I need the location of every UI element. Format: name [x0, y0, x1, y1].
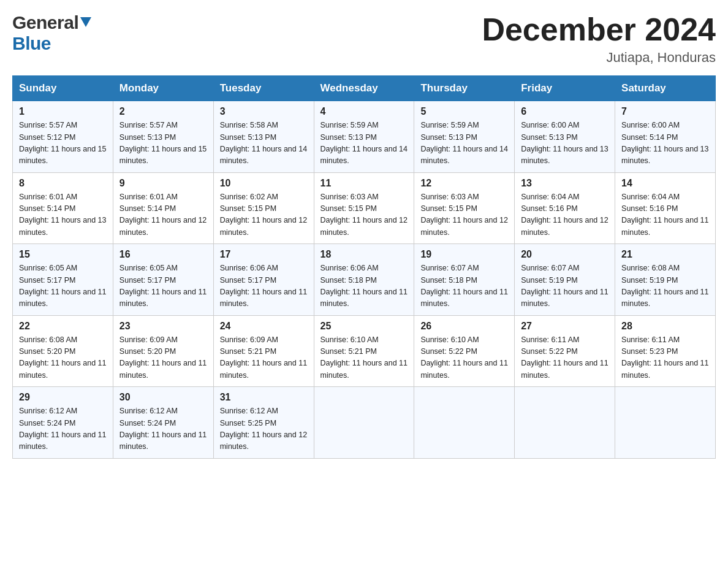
day-info: Sunrise: 6:10 AMSunset: 5:22 PMDaylight:… [420, 334, 508, 382]
calendar-cell: 24Sunrise: 6:09 AMSunset: 5:21 PMDayligh… [213, 315, 314, 387]
calendar-cell: 14Sunrise: 6:04 AMSunset: 5:16 PMDayligh… [615, 172, 716, 244]
day-info: Sunrise: 6:05 AMSunset: 5:17 PMDaylight:… [119, 262, 207, 310]
day-number: 26 [420, 321, 508, 332]
day-number: 12 [420, 178, 508, 189]
logo: General Blue [12, 12, 91, 54]
day-number: 14 [621, 178, 709, 189]
logo-blue-text: Blue [12, 33, 51, 54]
calendar-header-thursday: Thursday [414, 76, 515, 101]
day-info: Sunrise: 5:57 AMSunset: 5:13 PMDaylight:… [119, 120, 207, 167]
day-number: 4 [320, 106, 408, 117]
calendar-cell: 7Sunrise: 6:00 AMSunset: 5:14 PMDaylight… [615, 101, 716, 173]
calendar-week-row: 8Sunrise: 6:01 AMSunset: 5:14 PMDaylight… [13, 172, 716, 244]
day-number: 21 [621, 249, 709, 260]
calendar-week-row: 15Sunrise: 6:05 AMSunset: 5:17 PMDayligh… [13, 244, 716, 316]
calendar-cell: 21Sunrise: 6:08 AMSunset: 5:19 PMDayligh… [615, 244, 716, 316]
day-info: Sunrise: 6:06 AMSunset: 5:18 PMDaylight:… [320, 262, 408, 310]
day-info: Sunrise: 5:59 AMSunset: 5:13 PMDaylight:… [420, 120, 508, 167]
month-title: December 2024 [482, 12, 716, 47]
day-number: 31 [220, 392, 308, 403]
logo-general-text: General [12, 12, 78, 33]
calendar-cell: 2Sunrise: 5:57 AMSunset: 5:13 PMDaylight… [113, 101, 213, 173]
calendar-cell: 23Sunrise: 6:09 AMSunset: 5:20 PMDayligh… [113, 315, 213, 387]
day-info: Sunrise: 6:08 AMSunset: 5:19 PMDaylight:… [621, 262, 709, 310]
location-label: Jutiapa, Honduras [482, 50, 716, 66]
day-number: 27 [521, 321, 609, 332]
day-number: 17 [220, 249, 308, 260]
day-info: Sunrise: 6:11 AMSunset: 5:22 PMDaylight:… [521, 334, 609, 382]
calendar-cell: 26Sunrise: 6:10 AMSunset: 5:22 PMDayligh… [414, 315, 515, 387]
day-number: 2 [119, 106, 207, 117]
calendar-cell: 16Sunrise: 6:05 AMSunset: 5:17 PMDayligh… [113, 244, 213, 316]
calendar-week-row: 22Sunrise: 6:08 AMSunset: 5:20 PMDayligh… [13, 315, 716, 387]
day-number: 24 [220, 321, 308, 332]
day-info: Sunrise: 6:09 AMSunset: 5:21 PMDaylight:… [220, 334, 308, 382]
day-number: 19 [420, 249, 508, 260]
calendar-cell: 4Sunrise: 5:59 AMSunset: 5:13 PMDaylight… [314, 101, 414, 173]
day-info: Sunrise: 6:02 AMSunset: 5:15 PMDaylight:… [220, 191, 308, 239]
day-number: 8 [19, 178, 107, 189]
day-info: Sunrise: 6:01 AMSunset: 5:14 PMDaylight:… [119, 191, 207, 239]
page-header: General Blue December 2024 Jutiapa, Hond… [12, 12, 716, 66]
calendar-week-row: 1Sunrise: 5:57 AMSunset: 5:12 PMDaylight… [13, 101, 716, 173]
calendar-cell: 19Sunrise: 6:07 AMSunset: 5:18 PMDayligh… [414, 244, 515, 316]
day-info: Sunrise: 6:10 AMSunset: 5:21 PMDaylight:… [320, 334, 408, 382]
day-number: 10 [220, 178, 308, 189]
day-info: Sunrise: 5:58 AMSunset: 5:13 PMDaylight:… [220, 120, 308, 167]
day-info: Sunrise: 6:00 AMSunset: 5:13 PMDaylight:… [521, 120, 609, 167]
day-info: Sunrise: 6:04 AMSunset: 5:16 PMDaylight:… [521, 191, 609, 239]
calendar-cell: 18Sunrise: 6:06 AMSunset: 5:18 PMDayligh… [314, 244, 414, 316]
calendar-cell: 22Sunrise: 6:08 AMSunset: 5:20 PMDayligh… [13, 315, 113, 387]
day-info: Sunrise: 6:12 AMSunset: 5:24 PMDaylight:… [119, 405, 207, 453]
day-number: 16 [119, 249, 207, 260]
calendar-week-row: 29Sunrise: 6:12 AMSunset: 5:24 PMDayligh… [13, 387, 716, 459]
calendar-cell: 1Sunrise: 5:57 AMSunset: 5:12 PMDaylight… [13, 101, 113, 173]
calendar-cell: 30Sunrise: 6:12 AMSunset: 5:24 PMDayligh… [113, 387, 213, 459]
calendar-cell: 6Sunrise: 6:00 AMSunset: 5:13 PMDaylight… [515, 101, 615, 173]
calendar-cell [515, 387, 615, 459]
calendar-cell: 20Sunrise: 6:07 AMSunset: 5:19 PMDayligh… [515, 244, 615, 316]
day-info: Sunrise: 5:57 AMSunset: 5:12 PMDaylight:… [19, 120, 107, 167]
day-number: 25 [320, 321, 408, 332]
day-info: Sunrise: 6:03 AMSunset: 5:15 PMDaylight:… [420, 191, 508, 239]
day-number: 11 [320, 178, 408, 189]
day-number: 5 [420, 106, 508, 117]
day-info: Sunrise: 6:08 AMSunset: 5:20 PMDaylight:… [19, 334, 107, 382]
calendar-cell [414, 387, 515, 459]
day-info: Sunrise: 6:03 AMSunset: 5:15 PMDaylight:… [320, 191, 408, 239]
calendar-header-sunday: Sunday [13, 76, 113, 101]
calendar-cell: 29Sunrise: 6:12 AMSunset: 5:24 PMDayligh… [13, 387, 113, 459]
calendar-cell: 8Sunrise: 6:01 AMSunset: 5:14 PMDaylight… [13, 172, 113, 244]
calendar-cell: 25Sunrise: 6:10 AMSunset: 5:21 PMDayligh… [314, 315, 414, 387]
calendar-cell: 12Sunrise: 6:03 AMSunset: 5:15 PMDayligh… [414, 172, 515, 244]
calendar-cell [615, 387, 716, 459]
logo-triangle-icon [80, 17, 91, 27]
calendar-header-friday: Friday [515, 76, 615, 101]
calendar-cell: 9Sunrise: 6:01 AMSunset: 5:14 PMDaylight… [113, 172, 213, 244]
day-info: Sunrise: 6:05 AMSunset: 5:17 PMDaylight:… [19, 262, 107, 310]
calendar-header-saturday: Saturday [615, 76, 716, 101]
calendar-header-row: SundayMondayTuesdayWednesdayThursdayFrid… [13, 76, 716, 101]
calendar-cell: 11Sunrise: 6:03 AMSunset: 5:15 PMDayligh… [314, 172, 414, 244]
day-info: Sunrise: 6:12 AMSunset: 5:25 PMDaylight:… [220, 405, 308, 453]
day-number: 29 [19, 392, 107, 403]
day-number: 3 [220, 106, 308, 117]
day-number: 9 [119, 178, 207, 189]
day-number: 20 [521, 249, 609, 260]
calendar-header-tuesday: Tuesday [213, 76, 314, 101]
calendar-cell: 27Sunrise: 6:11 AMSunset: 5:22 PMDayligh… [515, 315, 615, 387]
day-number: 23 [119, 321, 207, 332]
day-number: 6 [521, 106, 609, 117]
day-info: Sunrise: 6:09 AMSunset: 5:20 PMDaylight:… [119, 334, 207, 382]
calendar-cell: 28Sunrise: 6:11 AMSunset: 5:23 PMDayligh… [615, 315, 716, 387]
calendar-header-wednesday: Wednesday [314, 76, 414, 101]
day-info: Sunrise: 6:07 AMSunset: 5:19 PMDaylight:… [521, 262, 609, 310]
calendar-header-monday: Monday [113, 76, 213, 101]
day-number: 28 [621, 321, 709, 332]
day-number: 18 [320, 249, 408, 260]
calendar-cell: 15Sunrise: 6:05 AMSunset: 5:17 PMDayligh… [13, 244, 113, 316]
calendar-cell: 5Sunrise: 5:59 AMSunset: 5:13 PMDaylight… [414, 101, 515, 173]
calendar-cell: 13Sunrise: 6:04 AMSunset: 5:16 PMDayligh… [515, 172, 615, 244]
day-info: Sunrise: 6:11 AMSunset: 5:23 PMDaylight:… [621, 334, 709, 382]
day-info: Sunrise: 5:59 AMSunset: 5:13 PMDaylight:… [320, 120, 408, 167]
